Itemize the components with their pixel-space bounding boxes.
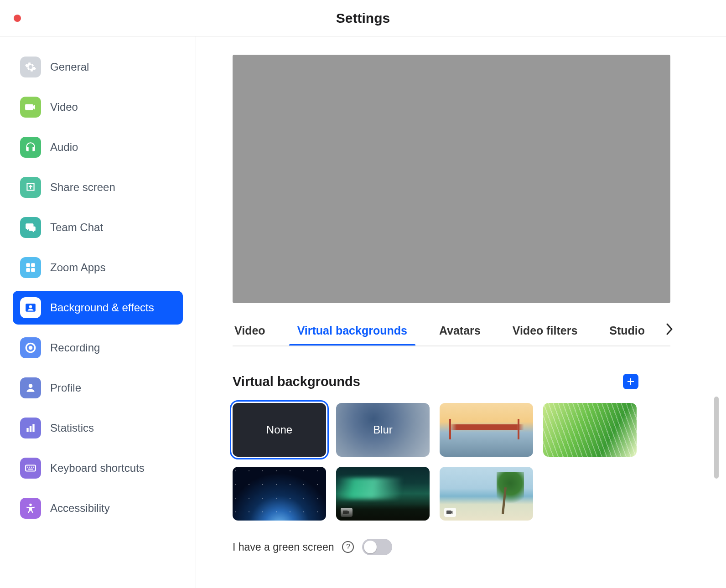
video-badge-icon xyxy=(341,508,353,517)
tabs: VideoVirtual backgroundsAvatarsVideo fil… xyxy=(233,319,670,346)
chat-icon xyxy=(20,217,41,238)
background-tile-label: None xyxy=(233,403,326,457)
sidebar-item-audio[interactable]: Audio xyxy=(13,130,183,164)
person-icon xyxy=(20,377,41,398)
sidebar-item-general[interactable]: General xyxy=(13,50,183,84)
svg-rect-1 xyxy=(31,263,35,267)
sidebar-item-team-chat[interactable]: Team Chat xyxy=(13,211,183,244)
svg-rect-16 xyxy=(33,467,34,468)
sidebar: GeneralVideoAudioShare screenTeam ChatZo… xyxy=(0,36,196,588)
background-tile-label: Blur xyxy=(336,403,430,457)
svg-rect-0 xyxy=(26,263,30,267)
sidebar-item-label: General xyxy=(50,61,89,73)
video-icon xyxy=(20,97,41,118)
accessibility-icon xyxy=(20,498,41,519)
sidebar-item-label: Audio xyxy=(50,141,78,154)
sidebar-item-label: Recording xyxy=(50,341,100,354)
tabs-scroll-right[interactable] xyxy=(652,323,673,338)
sidebar-item-label: Statistics xyxy=(50,422,94,434)
apps-icon xyxy=(20,257,41,278)
svg-rect-15 xyxy=(31,467,32,468)
svg-rect-2 xyxy=(26,268,30,272)
section-header: Virtual backgrounds xyxy=(233,374,638,389)
svg-rect-12 xyxy=(26,465,36,471)
tab-virtual-backgrounds[interactable]: Virtual backgrounds xyxy=(296,319,409,346)
sidebar-item-label: Zoom Apps xyxy=(50,261,105,274)
svg-rect-17 xyxy=(28,469,33,469)
green-screen-row: I have a green screen ? xyxy=(233,539,703,555)
svg-point-5 xyxy=(29,305,32,309)
tab-avatars[interactable]: Avatars xyxy=(437,319,482,346)
tab-video-filters[interactable]: Video filters xyxy=(511,319,580,346)
sidebar-item-keyboard-shortcuts[interactable]: Keyboard shortcuts xyxy=(13,451,183,485)
sidebar-item-video[interactable]: Video xyxy=(13,90,183,124)
background-tile-earth[interactable] xyxy=(233,467,326,521)
keyboard-icon xyxy=(20,458,41,479)
tabs-container: VideoVirtual backgroundsAvatarsVideo fil… xyxy=(233,319,670,346)
scrollbar-thumb[interactable] xyxy=(714,397,719,479)
video-preview xyxy=(233,55,670,303)
svg-point-8 xyxy=(29,384,33,388)
green-screen-label: I have a green screen xyxy=(233,541,334,553)
section-title: Virtual backgrounds xyxy=(233,374,360,389)
background-tile-none[interactable]: None xyxy=(233,403,326,457)
sidebar-item-zoom-apps[interactable]: Zoom Apps xyxy=(13,251,183,284)
window-close-button[interactable] xyxy=(14,15,21,22)
chevron-right-icon xyxy=(666,323,673,335)
person-card-icon xyxy=(20,297,41,318)
main: GeneralVideoAudioShare screenTeam ChatZo… xyxy=(0,36,726,588)
background-grid: NoneBlur xyxy=(233,403,648,521)
svg-rect-13 xyxy=(27,467,28,468)
svg-rect-14 xyxy=(29,467,30,468)
bar-chart-icon xyxy=(20,418,41,438)
svg-point-18 xyxy=(29,504,31,506)
sidebar-item-label: Team Chat xyxy=(50,221,103,234)
video-badge-icon xyxy=(444,508,456,517)
gear-icon xyxy=(20,57,41,77)
svg-rect-11 xyxy=(32,424,34,432)
background-tile-grass[interactable] xyxy=(543,403,637,457)
plus-icon xyxy=(626,377,635,386)
add-background-button[interactable] xyxy=(623,374,638,389)
titlebar: Settings xyxy=(0,0,726,36)
background-tile-bridge[interactable] xyxy=(440,403,533,457)
background-tile-blur[interactable]: Blur xyxy=(336,403,430,457)
help-icon[interactable]: ? xyxy=(342,541,354,553)
sidebar-item-label: Video xyxy=(50,101,78,113)
svg-point-7 xyxy=(29,346,33,350)
tab-video[interactable]: Video xyxy=(233,319,267,346)
svg-rect-9 xyxy=(26,428,28,432)
sidebar-item-accessibility[interactable]: Accessibility xyxy=(13,491,183,525)
toggle-knob xyxy=(364,541,377,553)
svg-rect-10 xyxy=(30,426,31,432)
background-tile-beach[interactable] xyxy=(440,467,533,521)
sidebar-item-share-screen[interactable]: Share screen xyxy=(13,170,183,204)
sidebar-item-background-effects[interactable]: Background & effects xyxy=(13,291,183,325)
sidebar-item-label: Keyboard shortcuts xyxy=(50,462,145,475)
tab-studio[interactable]: Studio xyxy=(607,319,647,346)
sidebar-item-statistics[interactable]: Statistics xyxy=(13,411,183,445)
sidebar-item-profile[interactable]: Profile xyxy=(13,371,183,405)
background-tile-aurora[interactable] xyxy=(336,467,430,521)
content-pane: VideoVirtual backgroundsAvatarsVideo fil… xyxy=(196,36,726,588)
sidebar-item-recording[interactable]: Recording xyxy=(13,331,183,365)
sidebar-item-label: Profile xyxy=(50,382,81,394)
headphones-icon xyxy=(20,137,41,158)
sidebar-item-label: Accessibility xyxy=(50,502,110,515)
green-screen-toggle[interactable] xyxy=(362,539,392,555)
svg-rect-3 xyxy=(31,268,35,272)
sidebar-item-label: Share screen xyxy=(50,181,115,194)
sidebar-item-label: Background & effects xyxy=(50,301,154,314)
record-icon xyxy=(20,337,41,358)
share-up-icon xyxy=(20,177,41,198)
window-title: Settings xyxy=(336,10,390,26)
